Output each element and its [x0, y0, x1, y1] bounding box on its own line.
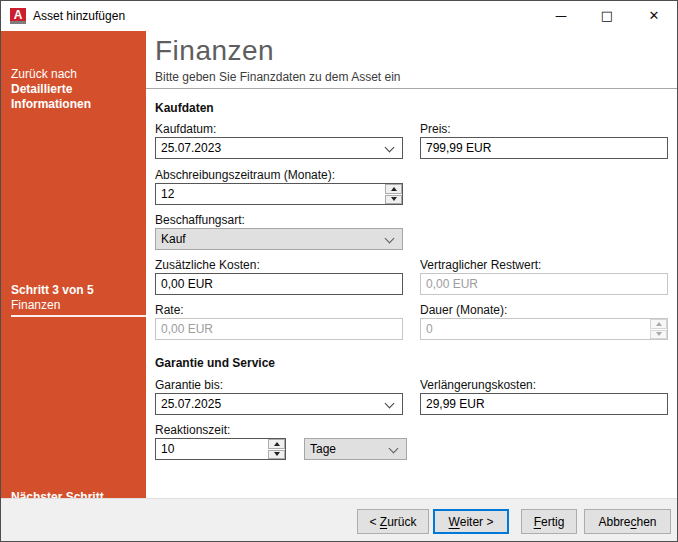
footer-bar: < Zurück Weiter > Fertig Abbrechen	[1, 498, 677, 541]
close-icon: ✕	[649, 8, 660, 23]
sidebar-back-label: Zurück nach	[11, 67, 140, 82]
reaktionszeit-field[interactable]	[155, 438, 286, 460]
dauer-label: Dauer (Monate):	[420, 303, 507, 317]
window-title: Asset hinzufügen	[33, 1, 125, 31]
spin-up-button[interactable]	[385, 184, 402, 194]
close-button[interactable]: ✕	[630, 1, 678, 31]
arrow-down-icon	[274, 452, 280, 456]
sidebar-current-step: Finanzen	[11, 298, 140, 313]
garantie-bis-datepicker[interactable]: 25.07.2025	[155, 393, 403, 415]
dauer-field	[420, 318, 668, 340]
cancel-button[interactable]: Abbrechen	[584, 509, 671, 534]
reaktionszeit-label: Reaktionszeit:	[155, 423, 230, 437]
chevron-down-icon	[385, 143, 395, 153]
preis-label: Preis:	[420, 122, 451, 136]
garantie-bis-value: 25.07.2025	[161, 397, 221, 411]
arrow-down-icon	[656, 332, 662, 336]
asset-wizard-window: A Asset hinzufügen — □ ✕ Zurück nach Det…	[0, 0, 678, 542]
header-divider	[146, 88, 677, 89]
reaktionszeit-unit-value: Tage	[310, 442, 336, 456]
app-icon: A	[10, 8, 26, 24]
zusatzkosten-field[interactable]	[155, 273, 403, 295]
spin-up-button[interactable]	[268, 439, 285, 449]
reaktionszeit-unit-dropdown[interactable]: Tage	[304, 438, 407, 460]
page-title: Finanzen	[155, 35, 274, 67]
dauer-spinner	[420, 318, 668, 340]
beschaffungsart-dropdown[interactable]: Kauf	[155, 228, 403, 250]
chevron-down-icon	[389, 444, 399, 454]
garantie-bis-label: Garantie bis:	[155, 378, 223, 392]
abschreibung-field[interactable]	[155, 183, 403, 205]
preis-field[interactable]	[420, 137, 668, 159]
back-button[interactable]: < Zurück	[357, 509, 429, 534]
spin-down-button	[650, 330, 667, 340]
sidebar-step-counter: Schritt 3 von 5	[11, 283, 140, 298]
zusatzkosten-label: Zusätzliche Kosten:	[155, 258, 260, 272]
restwert-label: Vertraglicher Restwert:	[420, 258, 541, 272]
section-garantie: Garantie und Service	[155, 356, 275, 370]
arrow-up-icon	[391, 187, 397, 191]
spin-down-button[interactable]	[385, 195, 402, 205]
kaufdatum-label: Kaufdatum:	[155, 122, 216, 136]
spin-up-button	[650, 319, 667, 329]
sidebar-step-divider	[11, 315, 146, 317]
maximize-icon: □	[601, 8, 613, 23]
sidebar-back-step[interactable]: Detaillierte Informationen	[11, 82, 140, 112]
titlebar: A Asset hinzufügen — □ ✕	[1, 1, 677, 31]
finish-button[interactable]: Fertig	[521, 509, 577, 534]
page-subtitle: Bitte geben Sie Finanzdaten zu dem Asset…	[155, 70, 401, 84]
rate-field	[155, 318, 403, 340]
reaktionszeit-spinner	[155, 438, 286, 460]
chevron-down-icon	[385, 234, 395, 244]
verlaengerungskosten-label: Verlängerungskosten:	[420, 378, 536, 392]
chevron-down-icon	[385, 399, 395, 409]
wizard-sidebar: Zurück nach Detaillierte Informationen S…	[1, 31, 146, 498]
beschaffungsart-label: Beschaffungsart:	[155, 213, 245, 227]
arrow-up-icon	[656, 322, 662, 326]
kaufdatum-datepicker[interactable]: 25.07.2023	[155, 137, 403, 159]
arrow-up-icon	[274, 442, 280, 446]
next-button[interactable]: Weiter >	[433, 509, 509, 534]
restwert-field	[420, 273, 668, 295]
section-kaufdaten: Kaufdaten	[155, 101, 214, 115]
beschaffungsart-value: Kauf	[161, 232, 186, 246]
arrow-down-icon	[391, 197, 397, 201]
spin-down-button[interactable]	[268, 450, 285, 460]
minimize-icon: —	[555, 9, 567, 23]
kaufdatum-value: 25.07.2023	[161, 141, 221, 155]
maximize-button[interactable]: □	[584, 1, 630, 31]
minimize-button[interactable]: —	[538, 1, 584, 31]
abschreibung-label: Abschreibungszeitraum (Monate):	[155, 168, 335, 182]
verlaengerungskosten-field[interactable]	[420, 393, 668, 415]
abschreibung-spinner	[155, 183, 403, 205]
rate-label: Rate:	[155, 303, 184, 317]
